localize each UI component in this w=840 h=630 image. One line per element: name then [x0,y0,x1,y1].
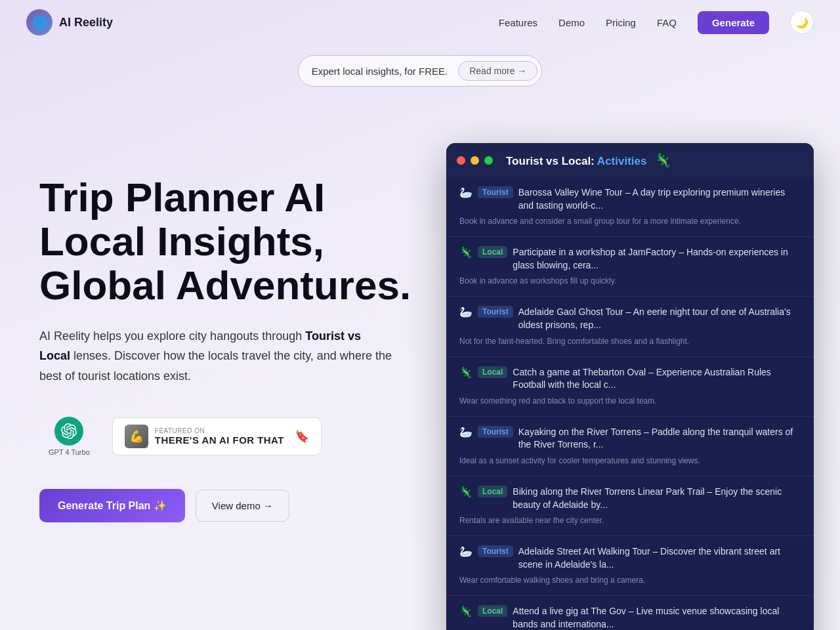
nav-features[interactable]: Features [499,17,537,28]
window-title: Tourist vs Local: Activities 🦎 [506,152,671,168]
activity-type-icon: 🦎 [459,486,472,498]
activity-type-badge: Tourist [478,306,513,318]
activity-name: Kayaking on the River Torrens – Paddle a… [518,426,801,452]
featured-badge[interactable]: 💪 FEATURED ON THERE'S AN AI FOR THAT 🔖 [112,417,322,455]
view-demo-button[interactable]: View demo → [196,490,289,522]
hero-section: Trip Planner AI Local Insights, Global A… [0,97,840,630]
activity-name: Catch a game at Thebarton Oval – Experie… [513,366,801,392]
activity-note: Rentals are available near the city cent… [459,514,801,526]
featured-name: THERE'S AN AI FOR THAT [155,434,284,446]
badges-row: GPT 4 Turbo 💪 FEATURED ON THERE'S AN AI … [39,410,420,463]
hero-subtitle-before: AI Reelity helps you explore city hangou… [39,329,305,343]
logo[interactable]: 🌐 AI Reelity [26,9,113,35]
activity-note: Book in advance as workshops fill up qui… [459,275,801,287]
list-item: 🦢TouristKayaking on the River Torrens – … [446,417,814,476]
activity-note: Ideal as a sunset activity for cooler te… [459,455,801,467]
activity-type-icon: 🦢 [459,426,472,438]
theme-toggle-button[interactable]: 🌙 [790,10,814,34]
app-window: Tourist vs Local: Activities 🦎 🦢TouristB… [446,143,814,630]
logo-text: AI Reelity [59,16,113,30]
list-item: 🦢TouristAdelaide Street Art Walking Tour… [446,536,814,596]
activity-note: Wear something red and black to support … [459,395,801,407]
generate-trip-button[interactable]: Generate Trip Plan ✨ [39,489,185,522]
activity-type-icon: 🦢 [459,545,472,558]
nav-pricing[interactable]: Pricing [606,17,636,28]
hero-title-line3: Global Adventures. [39,262,411,308]
activity-name: Barossa Valley Wine Tour – A day trip ex… [518,186,801,212]
activity-name: Adelaide Gaol Ghost Tour – An eerie nigh… [518,306,801,331]
featured-badge-text: FEATURED ON THERE'S AN AI FOR THAT [155,427,284,446]
activity-note: Book in advance and consider a small gro… [459,215,801,227]
activity-name: Participate in a workshop at JamFactory … [513,246,801,272]
hero-left: Trip Planner AI Local Insights, Global A… [39,136,420,522]
list-item: 🦎LocalCatch a game at Thebarton Oval – E… [446,357,814,417]
traffic-light-red [457,156,465,165]
hero-title-line2: Local Insights, [39,219,324,264]
activity-type-icon: 🦢 [459,186,472,199]
nav-demo[interactable]: Demo [558,17,585,28]
read-more-button[interactable]: Read more → [458,61,537,81]
featured-badge-icon: 💪 [125,425,148,448]
bookmark-icon: 🔖 [295,429,309,444]
window-title-accent: Activities [597,155,647,167]
hero-title: Trip Planner AI Local Insights, Global A… [39,176,420,308]
gpt-icon [54,417,83,446]
activity-type-badge: Tourist [478,426,513,438]
hero-subtitle: AI Reelity helps you explore city hangou… [39,326,394,387]
featured-on-label: FEATURED ON [155,427,284,434]
list-item: 🦎LocalBiking along the River Torrens Lin… [446,476,814,536]
window-titlebar: Tourist vs Local: Activities 🦎 [446,143,814,177]
activity-name: Biking along the River Torrens Linear Pa… [513,486,801,511]
window-content: 🦢TouristBarossa Valley Wine Tour – A day… [446,177,814,630]
activity-type-badge: Local [478,366,507,378]
list-item: 🦎LocalAttend a live gig at The Gov – Liv… [446,596,814,630]
announcement-text: Expert local insights, for FREE. [312,66,448,77]
hero-title-line1: Trip Planner AI [39,175,325,220]
activity-type-badge: Local [478,605,507,617]
hero-right: Tourist vs Local: Activities 🦎 🦢TouristB… [446,136,814,630]
list-item: 🦢TouristAdelaide Gaol Ghost Tour – An ee… [446,297,814,356]
activity-type-badge: Local [478,246,507,258]
gpt-label: GPT 4 Turbo [49,448,90,456]
cta-row: Generate Trip Plan ✨ View demo → [39,489,420,522]
logo-icon: 🌐 [26,9,52,35]
activity-type-icon: 🦎 [459,605,472,618]
list-item: 🦎LocalParticipate in a workshop at JamFa… [446,237,814,297]
announcement-bar: Expert local insights, for FREE. Read mo… [0,55,840,87]
activity-type-icon: 🦎 [459,246,472,259]
traffic-light-yellow [471,156,479,165]
list-item: 🦢TouristBarossa Valley Wine Tour – A day… [446,177,814,237]
activity-type-badge: Tourist [478,186,513,198]
activity-type-icon: 🦢 [459,306,472,318]
activity-name: Attend a live gig at The Gov – Live musi… [513,605,801,630]
gpt-badge: GPT 4 Turbo [39,410,99,463]
traffic-light-green [484,156,493,165]
activity-note: Wear comfortable walking shoes and bring… [459,574,801,586]
nav-generate-button[interactable]: Generate [698,11,769,34]
nav-links: Features Demo Pricing FAQ Generate 🌙 [499,10,814,34]
window-title-text: Tourist vs Local: [506,155,597,167]
navbar: 🌐 AI Reelity Features Demo Pricing FAQ G… [0,0,840,45]
activity-name: Adelaide Street Art Walking Tour – Disco… [518,545,801,571]
hero-subtitle-after: lenses. Discover how the locals travel t… [39,349,392,383]
activity-note: Not for the faint-hearted. Bring comfort… [459,335,801,347]
announcement-pill: Expert local insights, for FREE. Read mo… [298,55,543,87]
activity-type-icon: 🦎 [459,366,472,379]
nav-faq[interactable]: FAQ [657,17,677,28]
activity-type-badge: Local [478,486,507,497]
activity-type-badge: Tourist [478,545,513,557]
